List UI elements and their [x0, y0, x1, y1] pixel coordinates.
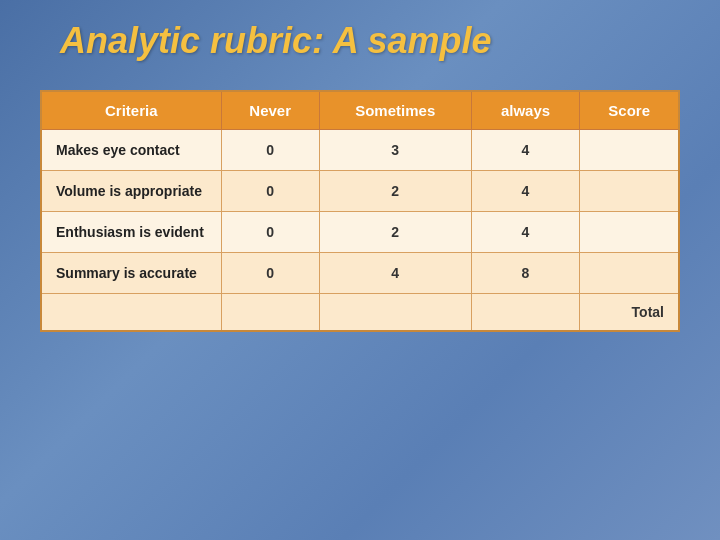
table-footer-row: Total: [41, 294, 679, 332]
row-1-sometimes: 3: [319, 130, 471, 171]
row-1-always: 4: [471, 130, 580, 171]
row-3-score: [580, 212, 679, 253]
row-4-criteria: Summary is accurate: [41, 253, 221, 294]
table-row: Enthusiasm is evident 0 2 4: [41, 212, 679, 253]
row-3-criteria: Enthusiasm is evident: [41, 212, 221, 253]
row-2-sometimes: 2: [319, 171, 471, 212]
row-4-never: 0: [221, 253, 319, 294]
row-3-never: 0: [221, 212, 319, 253]
rubric-table: Criteria Never Sometimes always Score Ma…: [40, 90, 680, 332]
total-label: Total: [580, 294, 679, 332]
row-1-score: [580, 130, 679, 171]
footer-col-2: [221, 294, 319, 332]
row-2-never: 0: [221, 171, 319, 212]
row-2-score: [580, 171, 679, 212]
table-header-row: Criteria Never Sometimes always Score: [41, 91, 679, 130]
footer-col-1: [41, 294, 221, 332]
col-header-criteria: Criteria: [41, 91, 221, 130]
footer-col-4: [471, 294, 580, 332]
col-header-never: Never: [221, 91, 319, 130]
row-1-criteria: Makes eye contact: [41, 130, 221, 171]
row-2-criteria: Volume is appropriate: [41, 171, 221, 212]
col-header-sometimes: Sometimes: [319, 91, 471, 130]
table-row: Makes eye contact 0 3 4: [41, 130, 679, 171]
row-4-score: [580, 253, 679, 294]
row-3-sometimes: 2: [319, 212, 471, 253]
table-row: Summary is accurate 0 4 8: [41, 253, 679, 294]
col-header-score: Score: [580, 91, 679, 130]
row-4-always: 8: [471, 253, 580, 294]
rubric-table-wrapper: Criteria Never Sometimes always Score Ma…: [40, 90, 680, 332]
page-title: Analytic rubric: A sample: [40, 20, 491, 62]
row-1-never: 0: [221, 130, 319, 171]
row-2-always: 4: [471, 171, 580, 212]
row-4-sometimes: 4: [319, 253, 471, 294]
row-3-always: 4: [471, 212, 580, 253]
footer-col-3: [319, 294, 471, 332]
col-header-always: always: [471, 91, 580, 130]
table-row: Volume is appropriate 0 2 4: [41, 171, 679, 212]
